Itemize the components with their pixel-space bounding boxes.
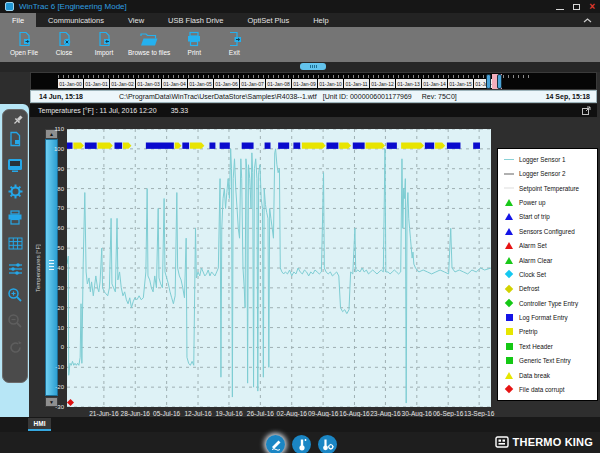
exit-icon (226, 30, 242, 48)
legend-line-symbol (504, 187, 514, 189)
legend-label: Alarm Clear (519, 257, 552, 264)
legend-label: Clock Set (519, 271, 546, 278)
import-button[interactable]: Import (84, 29, 124, 57)
x-tick-label: 28-Jun-16 (121, 410, 150, 417)
timeline-scrollbar[interactable]: 01-Jan-0001-Jan-0101-Jan-0201-Jan-0301-J… (30, 72, 597, 90)
toolbar-button-label: Browse to files (128, 49, 170, 56)
y-tick-label: 100 (30, 146, 64, 152)
legend-item: Text Header (504, 340, 597, 352)
legend-label: Defrost (519, 285, 539, 292)
timeline-date: 01-Jan-03 (136, 79, 161, 88)
timeline-date: 01-Jan-08 (266, 79, 291, 88)
timeline-date: 01-Jan-06 (214, 79, 239, 88)
unit-rev: Rev: 75C0] (422, 93, 457, 100)
y-tick-label: 70 (30, 205, 64, 211)
timeline-date: 01-Jan-00 (58, 79, 83, 88)
timeline-date: 01-Jan-01 (84, 79, 109, 88)
y-tick-label: 90 (30, 166, 64, 172)
grid-icon[interactable] (3, 230, 27, 256)
timeline-dates: 01-Jan-0001-Jan-0101-Jan-0201-Jan-0301-J… (58, 79, 499, 89)
legend-item: Generic Text Entry (504, 355, 597, 367)
open-file-button[interactable]: Open File (4, 29, 44, 57)
unit-id: [Unit ID: 0000006001177969 (323, 93, 412, 100)
legend-label: Logger Sensor 1 (519, 156, 566, 163)
printer-icon[interactable] (3, 204, 27, 230)
legend-line-symbol (504, 159, 514, 161)
thermometer-settings-icon[interactable] (318, 435, 337, 453)
timeline-handle-left[interactable] (486, 74, 491, 89)
legend-label: Sensors Configured (519, 228, 575, 235)
app-icon (5, 2, 14, 11)
browse-folder-icon (139, 30, 159, 48)
x-tick-label: 23-Aug-16 (370, 410, 400, 417)
x-tick-label: 05-Jul-16 (153, 410, 180, 417)
thermometer-icon[interactable] (292, 435, 311, 453)
minimize-icon[interactable] (556, 9, 564, 10)
print-button[interactable]: Print (174, 29, 214, 57)
y-tick-label: 20 (30, 305, 64, 311)
legend-diamond-symbol (504, 271, 514, 277)
legend-diamond-symbol (504, 386, 514, 392)
timeline-ruler (58, 75, 533, 78)
menu-item-file[interactable]: File (0, 13, 36, 27)
close-button[interactable]: Close (44, 29, 84, 57)
ribbon-handle[interactable] (300, 63, 326, 70)
range-end-time: 14 Sep, 15:18 (546, 93, 596, 100)
legend-label: Data break (519, 372, 550, 379)
y-tick-label: 0 (30, 344, 64, 350)
menu-item-usb-flash-drive[interactable]: USB Flash Drive (156, 13, 235, 27)
thermo-king-logo-icon (495, 436, 509, 448)
gear-icon[interactable] (3, 178, 27, 204)
legend-item: Log Format Entry (504, 312, 597, 324)
menu-item-communications[interactable]: Communications (36, 13, 116, 27)
close-file-icon (56, 30, 72, 48)
toolbar: Open FileCloseImportBrowse to filesPrint… (0, 27, 600, 62)
menu-item-view[interactable]: View (116, 13, 156, 27)
legend-item: Defrost (504, 283, 597, 295)
x-tick-label: 02-Aug-16 (277, 410, 307, 417)
timeline-date: 01-Jan-15 (448, 79, 473, 88)
expand-icon[interactable] (582, 106, 591, 115)
sync-icon (3, 334, 27, 360)
sidebar-toolbar (2, 109, 28, 383)
chart-title: Temperatures [°F] : 11 Jul, 2016 12:20 (30, 107, 157, 114)
legend-item: Alarm Set (504, 240, 597, 252)
y-tick-label: 80 (30, 186, 64, 192)
legend-item: Data break (504, 369, 597, 381)
pen-icon[interactable] (266, 435, 285, 453)
legend-label: Setpoint Temperature (519, 185, 579, 192)
legend-item: Start of trip (504, 211, 597, 223)
sliders-icon[interactable] (3, 256, 27, 282)
exit-button[interactable]: Exit (214, 29, 254, 57)
maximize-icon[interactable] (573, 4, 580, 10)
legend-label: Pretrip (519, 328, 538, 335)
timeline-date: 01-Jan-07 (240, 79, 265, 88)
timeline-date: 01-Jan-04 (162, 79, 187, 88)
pin-icon[interactable] (12, 112, 24, 126)
menu-item-help[interactable]: Help (301, 13, 340, 27)
browse-to-files-button[interactable]: Browse to files (124, 29, 174, 57)
timeline-date: 01-Jan-09 (292, 79, 317, 88)
legend-line-symbol (504, 173, 514, 175)
legend-label: Start of trip (519, 213, 550, 220)
chart-legend: Logger Sensor 1Logger Sensor 2Setpoint T… (497, 148, 598, 401)
tab-hmi[interactable]: HMI (28, 418, 51, 431)
timeline-handle-right[interactable] (497, 74, 502, 89)
y-tick-label: 30 (30, 285, 64, 291)
legend-item: File data corrupt (504, 383, 597, 395)
range-start-time: 14 Jun, 15:18 (31, 93, 119, 100)
file-icon[interactable] (3, 126, 27, 152)
collapse-ribbon-icon[interactable] (583, 13, 592, 27)
zoom-in-icon[interactable] (3, 282, 27, 308)
zoom-out-icon (3, 308, 27, 334)
x-tick-label: 21-Jun-16 (89, 410, 118, 417)
legend-diamond-symbol (504, 300, 514, 306)
toolbar-button-label: Import (95, 49, 113, 56)
hmi-device-icon[interactable] (3, 152, 27, 178)
legend-triangle-symbol (504, 199, 514, 206)
legend-triangle-symbol (504, 242, 514, 249)
close-icon[interactable]: × (589, 2, 595, 12)
menu-item-optiset-plus[interactable]: OptiSet Plus (236, 13, 302, 27)
toolbar-button-label: Exit (229, 49, 240, 56)
plot-canvas[interactable] (67, 129, 491, 407)
